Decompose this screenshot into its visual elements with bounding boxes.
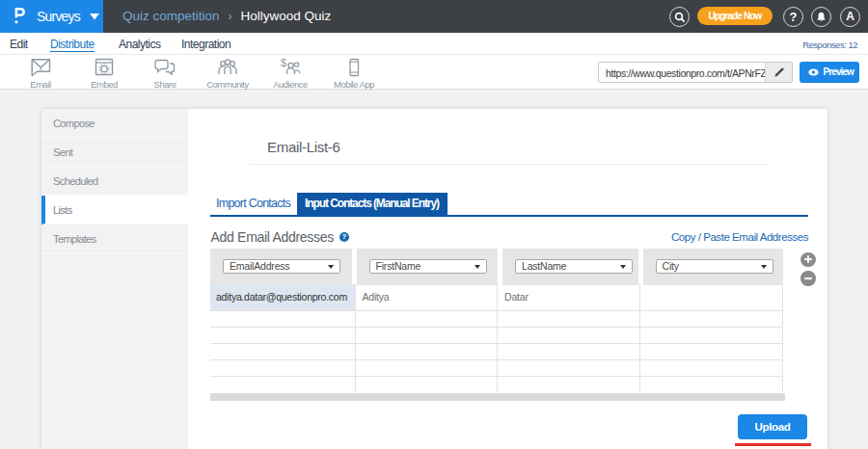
svg-text:$: $: [281, 58, 286, 68]
